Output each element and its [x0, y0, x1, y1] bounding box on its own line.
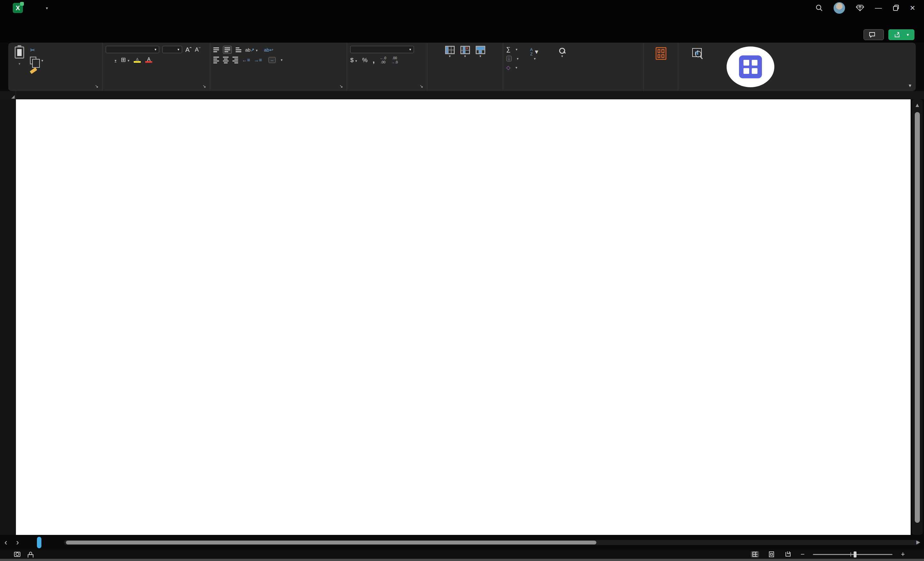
normal-view-button[interactable]: [751, 551, 759, 558]
number-dialog-launcher[interactable]: ↘: [420, 84, 423, 88]
fill-button[interactable]: ↓▾: [506, 56, 519, 62]
horizontal-scrollbar[interactable]: ▶: [64, 540, 920, 545]
font-color-button[interactable]: A: [145, 57, 152, 63]
sheet-content: [43, 99, 640, 535]
merge-center-button[interactable]: ↔▾: [268, 57, 283, 63]
comma-style-button[interactable]: ,: [372, 58, 375, 62]
underline-button[interactable]: ▾: [115, 56, 117, 63]
tabs-scroll-left-icon[interactable]: ‹: [4, 537, 8, 547]
paste-button[interactable]: ▾: [12, 46, 27, 67]
merge-center-icon: ↔: [268, 57, 276, 63]
comment-icon: [869, 32, 875, 38]
number-format-select[interactable]: ▾: [350, 46, 414, 53]
fill-icon: ↓: [506, 56, 512, 62]
premium-gem-icon[interactable]: [856, 4, 864, 12]
font-dialog-launcher[interactable]: ↘: [202, 84, 206, 88]
clear-icon: ◇: [506, 64, 510, 71]
font-family-select[interactable]: ▾: [106, 46, 159, 53]
addins-icon: [656, 47, 666, 60]
chart-legend: [43, 195, 640, 207]
find-select-button[interactable]: ▾: [551, 48, 573, 58]
read-only-dropdown-icon[interactable]: ▾: [46, 6, 48, 10]
finmodelslab-logo-icon: [727, 46, 774, 87]
number-group: ▾ $ ▾ % , ←.0.00 .00→.0 ↘: [347, 43, 427, 91]
alignment-dialog-launcher[interactable]: ↘: [339, 84, 343, 88]
percent-style-button[interactable]: %: [362, 57, 368, 64]
align-left-button[interactable]: [213, 57, 219, 63]
comments-button[interactable]: [864, 29, 884, 40]
align-bottom-button[interactable]: [236, 48, 242, 52]
delete-cells-icon: ✕: [460, 46, 470, 54]
page-layout-view-button[interactable]: [767, 551, 776, 558]
row-headers: [0, 99, 16, 535]
title-bar: X ▾ — ×: [0, 0, 924, 16]
insert-cells-button[interactable]: ▾: [445, 46, 454, 58]
horizontal-scroll-thumb[interactable]: [66, 541, 596, 544]
cut-button[interactable]: ✂: [30, 46, 43, 54]
decrease-decimal-button[interactable]: .00→.0: [392, 56, 398, 64]
excel-app-icon: X: [13, 3, 23, 13]
scroll-up-icon[interactable]: ▲: [915, 102, 920, 109]
grow-font-button[interactable]: Aˆ: [185, 46, 192, 53]
format-cells-button[interactable]: ▾: [476, 46, 485, 58]
shrink-font-button[interactable]: Aˇ: [195, 47, 201, 52]
close-button[interactable]: ×: [910, 3, 915, 13]
sheet-canvas[interactable]: [16, 99, 910, 535]
align-center-button[interactable]: [223, 57, 229, 63]
zoom-out-button[interactable]: −: [801, 550, 805, 558]
vertical-scroll-thumb[interactable]: [915, 112, 920, 523]
format-painter-icon: [30, 68, 37, 74]
addins-button[interactable]: [656, 47, 666, 62]
search-icon[interactable]: [816, 4, 823, 12]
collapse-ribbon-icon[interactable]: ▾: [909, 82, 911, 88]
increase-decimal-button[interactable]: ←.0.00: [380, 56, 386, 64]
column-headers: [0, 91, 924, 99]
macro-record-icon[interactable]: [14, 552, 20, 557]
sort-filter-button[interactable]: AZ▼ ▾: [524, 48, 546, 60]
borders-button[interactable]: ⊞ ▾: [121, 56, 130, 63]
zoom-in-button[interactable]: +: [901, 550, 905, 558]
restore-button[interactable]: [893, 5, 899, 11]
share-button[interactable]: ▾: [888, 29, 915, 40]
zoom-slider-thumb[interactable]: [854, 552, 856, 558]
tabs-scroll-right-icon[interactable]: ›: [16, 537, 19, 547]
finmodelslab-logo: [727, 43, 783, 91]
chart-banner: [43, 178, 640, 190]
wrap-text-button[interactable]: ab↩: [264, 47, 276, 53]
align-top-button[interactable]: [213, 48, 219, 52]
vertical-scrollbar[interactable]: ▲: [912, 99, 923, 535]
fill-color-swatch: [134, 61, 141, 63]
scroll-right-icon[interactable]: ▶: [916, 539, 920, 545]
addins-group: [644, 43, 678, 91]
analyze-data-group: [678, 43, 717, 91]
clear-button[interactable]: ◇▾: [506, 64, 519, 71]
ribbon: ▾ ✂ ▾ ↘ ▾ ▾ Aˆ Aˇ: [8, 43, 916, 91]
sort-filter-icon: AZ▼: [530, 48, 539, 57]
clipboard-dialog-launcher[interactable]: ↘: [95, 84, 98, 88]
minimize-button[interactable]: —: [875, 4, 882, 12]
bottom-edge-strip: [0, 559, 924, 561]
font-color-swatch: [145, 61, 152, 63]
autosum-button[interactable]: ∑▾: [506, 46, 519, 53]
analyze-data-button[interactable]: [685, 47, 710, 60]
orientation-button[interactable]: ab↗ ▾: [245, 47, 258, 53]
select-all-corner[interactable]: [0, 91, 16, 99]
zoom-slider[interactable]: [813, 554, 892, 555]
page-break-view-button[interactable]: [784, 551, 792, 558]
align-middle-button[interactable]: [223, 46, 232, 54]
sheet-tab-clipped[interactable]: [37, 537, 41, 548]
font-size-select[interactable]: ▾: [162, 46, 182, 53]
align-right-button[interactable]: [232, 57, 238, 63]
accounting-format-button[interactable]: $ ▾: [350, 57, 357, 64]
increase-indent-button[interactable]: →≡: [254, 57, 262, 63]
editing-group: ∑▾ ↓▾ ◇▾ AZ▼ ▾ ▾: [503, 43, 644, 91]
decrease-indent-button[interactable]: ←≡: [242, 57, 250, 63]
fill-color-button[interactable]: ◬: [134, 57, 141, 63]
copy-button[interactable]: ▾: [30, 57, 43, 64]
user-avatar[interactable]: [834, 2, 845, 14]
clipboard-group: ▾ ✂ ▾ ↘: [8, 43, 102, 91]
alignment-group: ab↗ ▾ ab↩ ←≡ →≡ ↔▾ ↘: [210, 43, 347, 91]
delete-cells-button[interactable]: ✕ ▾: [460, 46, 470, 58]
wrap-text-icon: ab↩: [264, 47, 273, 53]
excel-window: X ▾ — ×: [0, 0, 924, 561]
